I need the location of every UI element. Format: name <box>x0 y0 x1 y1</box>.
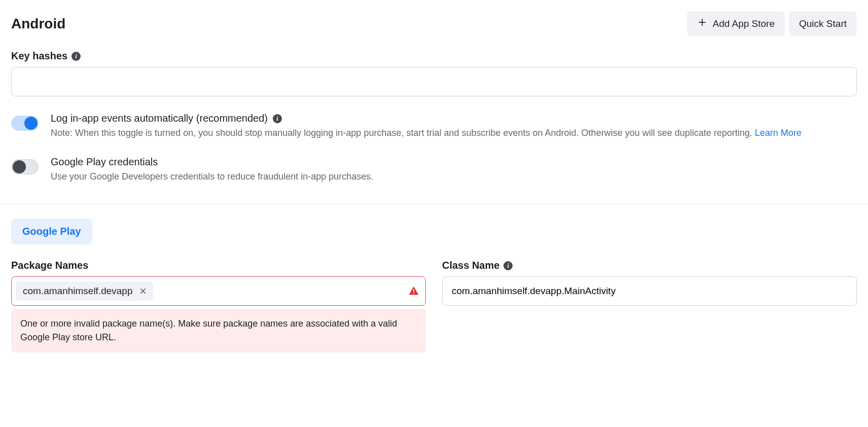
learn-more-link[interactable]: Learn More <box>755 128 802 138</box>
info-icon[interactable]: i <box>71 52 81 61</box>
warning-icon <box>408 286 419 297</box>
add-app-store-button[interactable]: Add App Store <box>687 11 785 36</box>
key-hashes-input[interactable] <box>11 67 857 96</box>
google-play-credentials-desc: Use your Google Developers credentials t… <box>51 171 373 182</box>
section-divider <box>0 204 868 204</box>
package-names-error: One or more invalid package name(s). Mak… <box>11 309 426 352</box>
close-icon[interactable] <box>138 286 148 296</box>
add-app-store-label: Add App Store <box>712 18 775 29</box>
auto-log-events-title: Log in-app events automatically (recomme… <box>51 113 268 124</box>
package-name-chip: com.amanhimself.devapp <box>16 281 153 301</box>
auto-log-events-toggle[interactable] <box>11 116 39 131</box>
info-icon[interactable]: i <box>273 114 282 123</box>
key-hashes-label: Key hashes <box>11 50 67 62</box>
package-chip-text: com.amanhimself.devapp <box>23 286 133 297</box>
class-name-input[interactable] <box>442 276 857 306</box>
quick-start-button[interactable]: Quick Start <box>789 11 857 36</box>
page-title: Android <box>11 16 65 32</box>
svg-rect-4 <box>413 289 414 292</box>
google-play-credentials-title: Google Play credentials <box>51 156 158 168</box>
google-play-credentials-toggle[interactable] <box>11 159 39 174</box>
quick-start-label: Quick Start <box>799 18 847 29</box>
info-icon[interactable]: i <box>503 261 513 270</box>
auto-log-events-note: Note: When this toggle is turned on, you… <box>51 128 752 138</box>
tab-google-play[interactable]: Google Play <box>11 219 92 244</box>
plus-icon <box>697 17 707 30</box>
package-names-input[interactable]: com.amanhimself.devapp <box>11 276 426 306</box>
package-names-label: Package Names <box>11 260 88 271</box>
svg-rect-5 <box>413 293 414 294</box>
class-name-label: Class Name <box>442 260 499 271</box>
